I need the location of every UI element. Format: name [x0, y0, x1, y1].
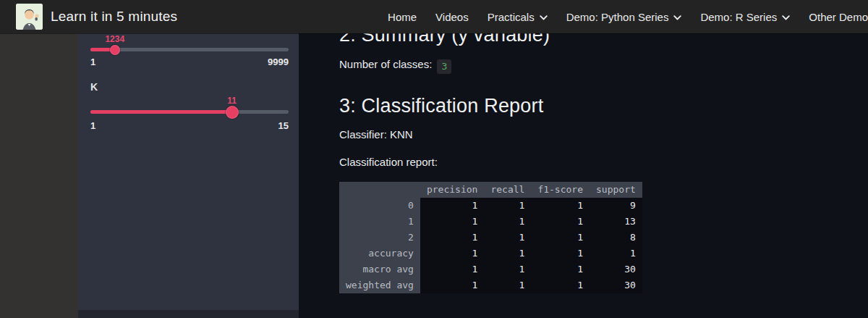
cell: 9	[590, 198, 642, 214]
slider-n: 1234 1 9999	[90, 33, 289, 67]
slider-handle[interactable]	[110, 45, 120, 55]
row-label: macro avg	[339, 261, 420, 277]
cell: 30	[590, 277, 642, 293]
column-header: support	[590, 182, 642, 198]
avatar-man-icon	[16, 4, 43, 30]
cell: 1	[420, 214, 484, 230]
column-header: precision	[420, 182, 484, 198]
cell: 30	[590, 261, 642, 277]
column-header: recall	[484, 182, 531, 198]
row-label: 1	[339, 214, 420, 230]
slider-max-label: 15	[278, 120, 289, 131]
classifier-line: Classifier: KNN	[339, 128, 413, 141]
app-window: 2: Summary (y variable) Number of classe…	[0, 0, 868, 318]
nav-item-home[interactable]: Home	[388, 11, 417, 23]
cell: 1	[484, 261, 531, 277]
cell: 1	[531, 230, 590, 246]
slider-min-label: 1	[90, 57, 95, 67]
slider-track[interactable]	[90, 110, 289, 114]
cell: 1	[531, 198, 590, 214]
cell: 13	[590, 214, 642, 230]
row-label: 2	[339, 230, 420, 246]
cell: 1	[484, 198, 531, 214]
slider-max-label: 9999	[268, 57, 289, 67]
navbar: Learn it in 5 minutes Home Videos Practi…	[0, 0, 868, 33]
cell: 1	[531, 277, 590, 293]
classification-report-table: precision recall f1-score support 0 1 1 …	[339, 182, 642, 293]
cell: 1	[590, 246, 642, 261]
cell: 1	[484, 277, 531, 293]
nav-item-videos[interactable]: Videos	[435, 11, 469, 23]
cell: 1	[531, 246, 590, 261]
slider-value-label: 11	[210, 96, 254, 106]
app-title: Learn it in 5 minutes	[51, 9, 177, 25]
cell: 1	[531, 214, 590, 230]
cell: 1	[420, 261, 484, 277]
cell: 1	[484, 214, 531, 230]
cell: 1	[531, 261, 590, 277]
cell: 1	[420, 277, 484, 293]
classes-line: Number of classes:3	[339, 58, 451, 74]
nav-item-demo-r-series[interactable]: Demo: R Series	[700, 11, 790, 23]
cell: 8	[590, 230, 642, 246]
cell: 1	[420, 198, 484, 214]
sidebar-well: 1234 1 9999 K 11 1 1	[78, 33, 299, 310]
classes-label: Number of classes:	[339, 58, 432, 70]
slider-track[interactable]	[90, 48, 289, 51]
nav-item-other-demo[interactable]: Other Demo	[809, 11, 868, 23]
table-row: 1 1 1 1 13	[339, 214, 642, 230]
k-input-label: K	[90, 81, 98, 93]
cell: 1	[420, 230, 484, 246]
cell: 1	[484, 246, 531, 261]
table-header-row: precision recall f1-score support	[339, 182, 642, 198]
nav-item-demo-python-series[interactable]: Demo: Python Series	[566, 11, 682, 23]
classes-value-badge: 3	[437, 59, 451, 74]
slider-min-label: 1	[90, 120, 95, 131]
slider-k: 11 1 15	[90, 96, 289, 129]
slider-fill	[90, 110, 232, 114]
slider-handle[interactable]	[226, 106, 239, 119]
main-content: 2: Summary (y variable) Number of classe…	[299, 0, 868, 318]
sidebar: 1234 1 9999 K 11 1 1	[78, 33, 299, 318]
table-row: 2 1 1 1 8	[339, 230, 642, 246]
cell: 1	[484, 230, 531, 246]
table-row: macro avg 1 1 1 30	[339, 261, 642, 277]
cell: 1	[420, 246, 484, 261]
table-row: weighted avg 1 1 1 30	[339, 277, 642, 293]
report-heading: 3: Classification Report	[339, 95, 543, 117]
table-row: accuracy 1 1 1 1	[339, 246, 642, 261]
table-row: 0 1 1 1 9	[339, 198, 642, 214]
row-label: accuracy	[339, 246, 420, 261]
nav-menu: Home Videos Practicals Demo: Python Seri…	[388, 11, 868, 23]
report-label: Classification report:	[339, 156, 438, 168]
chevron-down-icon	[673, 15, 681, 20]
row-label: weighted avg	[339, 277, 420, 293]
nav-item-practicals[interactable]: Practicals	[488, 11, 548, 23]
column-header: f1-score	[531, 182, 590, 198]
chevron-down-icon	[540, 15, 548, 20]
table-corner-cell	[339, 182, 420, 198]
slider-value-label: 1234	[93, 34, 137, 44]
chevron-down-icon	[782, 15, 790, 20]
row-label: 0	[339, 198, 420, 214]
